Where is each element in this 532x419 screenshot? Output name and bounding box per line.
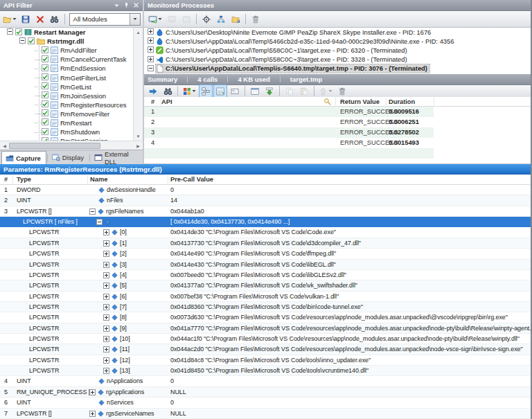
process-expander-expand[interactable] xyxy=(148,28,154,36)
calls-column-header-#[interactable]: # xyxy=(151,97,154,107)
param-row[interactable]: LPCWSTR[5]0x041377a0 "C:\Program Files\M… xyxy=(0,280,532,291)
target-process-button[interactable] xyxy=(200,12,213,26)
tab-capture[interactable]: Capture xyxy=(1,151,46,164)
param-row[interactable]: 7LPCWSTR []rgsServiceNamesNULL xyxy=(0,409,532,419)
tree-item-RmRegisterResources[interactable]: RmRegisterResources xyxy=(0,100,133,109)
api-checkbox[interactable] xyxy=(42,73,48,82)
process-tree-button[interactable] xyxy=(214,12,228,26)
call-row[interactable]: 4RmEndSession ( 0 )ERROR_SUCCESS0.001549… xyxy=(144,138,532,148)
calls-column-header-api[interactable]: API xyxy=(161,97,172,107)
parameters-table-header[interactable]: #TypeNamePre-Call Value xyxy=(0,175,532,185)
param-row[interactable]: 1DWORDdwSessionHandle0 xyxy=(0,185,532,195)
param-row[interactable]: LPCWSTR[0]0x0414de30 "C:\Program Files\M… xyxy=(0,227,532,238)
param-row[interactable]: LPCWSTR[6]0x007bef38 "C:\Program Files\M… xyxy=(0,292,532,302)
monitor-new-process-button[interactable] xyxy=(146,12,164,26)
attach-process-button[interactable] xyxy=(165,12,179,26)
view-compact-button[interactable] xyxy=(228,84,242,98)
selected-process[interactable]: C:\Users\User\AppData\Local\Temp\is-S664… xyxy=(156,64,429,73)
open-filter-button[interactable] xyxy=(2,12,18,26)
api-checkbox[interactable] xyxy=(42,64,48,73)
param-row[interactable]: LPCWSTR[4]0x007beed0 "C:\Program Files\M… xyxy=(0,270,532,280)
api-checkbox[interactable] xyxy=(42,82,48,91)
tree-item-RmShutdown[interactable]: RmShutdown xyxy=(0,127,133,136)
process-expander-collapse[interactable] xyxy=(148,65,154,73)
view-parameters-button[interactable] xyxy=(213,84,227,98)
delete-filter-button[interactable] xyxy=(33,12,47,26)
hscroll-thumb[interactable] xyxy=(9,143,100,149)
process-properties-button[interactable] xyxy=(229,12,242,26)
tree-item-RmJoinSession[interactable]: RmJoinSession xyxy=(0,91,133,100)
goto-call-button[interactable] xyxy=(146,84,160,98)
calls-column-header-duration[interactable]: Duration xyxy=(389,97,415,107)
param-row[interactable]: LPCWSTR [ nFiles ][ 0x0414de30, 0x041377… xyxy=(0,217,532,227)
magnifier-icon[interactable] xyxy=(323,98,331,105)
caption-close-icon[interactable] xyxy=(133,2,139,8)
tree-expander-collapse[interactable] xyxy=(7,28,13,36)
pan-button[interactable] xyxy=(317,84,335,98)
param-row[interactable]: LPCWSTR[2]0x0414e490 "C:\Program Files\M… xyxy=(0,249,532,259)
tree-item-RmAddFilter[interactable]: RmAddFilter xyxy=(0,46,133,55)
api-checkbox[interactable] xyxy=(42,46,48,55)
tree-item-Restart Manager[interactable]: Restart Manager xyxy=(0,28,133,37)
param-row[interactable]: 2UINTnFiles14 xyxy=(0,195,532,206)
process-row[interactable]: C:\Users\User\Desktop\Ninite Evernote GI… xyxy=(144,28,532,37)
param-row[interactable]: 3LPCWSTR []rgsFileNames0x044ab1a0 xyxy=(0,206,532,217)
module-filter-select[interactable]: All Modules xyxy=(69,13,141,26)
api-checkbox[interactable] xyxy=(15,28,22,37)
find-call-button[interactable] xyxy=(161,84,175,98)
param-row[interactable]: LPCWSTR[8]0x0073d630 "C:\Program Files\M… xyxy=(0,312,532,323)
caption-pin-icon[interactable] xyxy=(123,2,130,8)
scroll-left-arrow[interactable]: ◀ xyxy=(0,141,9,150)
calls-table-header[interactable]: #APIReturn ValueDuration xyxy=(144,97,532,107)
scroll-up-arrow[interactable]: ▲ xyxy=(134,28,143,37)
export-calls-button[interactable] xyxy=(263,84,276,98)
params-column-header-type[interactable]: Type xyxy=(17,175,31,185)
param-row[interactable]: LPCWSTR[1]0x04137730 "C:\Program Files\M… xyxy=(0,238,532,249)
save-filter-button[interactable] xyxy=(19,12,33,26)
process-expander-expand[interactable] xyxy=(148,46,154,54)
tree-item-RmEndSession[interactable]: RmEndSession xyxy=(0,64,133,73)
scroll-down-arrow[interactable]: ▼ xyxy=(134,132,143,141)
process-row[interactable]: C:\Users\User\AppData\Local\Temp\558C0C~… xyxy=(144,55,532,64)
copy-call-button[interactable] xyxy=(283,84,296,98)
remove-process-button[interactable] xyxy=(249,12,263,26)
param-row[interactable]: LPCWSTR[10]0x044ac1f0 "C:\Program Files\… xyxy=(0,334,532,344)
process-row[interactable]: C:\Users\User\AppData\Local\Temp\558C0C~… xyxy=(144,46,532,55)
api-checkbox[interactable] xyxy=(42,128,48,136)
api-checkbox[interactable] xyxy=(42,118,48,127)
filter-tree-vscrollbar[interactable]: ▲ ▼ xyxy=(133,28,143,141)
legend-button[interactable] xyxy=(181,84,198,98)
detach-process-button[interactable] xyxy=(179,12,193,26)
tab-external-dll[interactable]: External DLL xyxy=(91,151,143,164)
param-row[interactable]: LPCWSTR[9]0x041a7770 "C:\Program Files\M… xyxy=(0,323,532,334)
combo-dropdown-button[interactable] xyxy=(130,14,140,25)
tree-item-RmRemoveFilter[interactable]: RmRemoveFilter xyxy=(0,109,133,118)
calls-column-header-return-value[interactable]: Return Value xyxy=(340,97,380,107)
filter-tree-hscrollbar[interactable]: ◀ ▶ xyxy=(0,141,143,150)
param-row[interactable]: LPCWSTR[13]0x041d8450 "C:\Program Files\… xyxy=(0,366,532,376)
tree-item-RmCancelCurrentTask[interactable]: RmCancelCurrentTask xyxy=(0,55,133,64)
params-column-header-#[interactable]: # xyxy=(4,175,8,185)
find-apis-button[interactable] xyxy=(48,12,62,26)
api-checkbox[interactable] xyxy=(28,37,35,46)
tree-item-RmGetList[interactable]: RmGetList xyxy=(0,82,133,91)
param-row[interactable]: LPCWSTR[7]0x041d8360 "C:\Program Files\M… xyxy=(0,302,532,312)
call-row[interactable]: 3RmGetList ( 0, 0x0019fe64, 0x0019fe68, … xyxy=(144,127,532,138)
param-row[interactable]: 5RM_UNIQUE_PROCESS []rgApplicationsNULL xyxy=(0,387,532,398)
tab-display[interactable]: Display xyxy=(48,151,89,164)
tree-item-RmGetFilterList[interactable]: RmGetFilterList xyxy=(0,73,133,82)
process-row[interactable]: C:\Users\User\AppData\Local\Temp\is-S664… xyxy=(144,64,532,73)
tree-item-Rstrtmgr.dll[interactable]: Rstrtmgr.dll xyxy=(0,37,133,46)
view-call-tree-button[interactable] xyxy=(199,84,213,98)
api-checkbox[interactable] xyxy=(42,91,48,100)
api-checkbox[interactable] xyxy=(42,55,48,64)
params-column-header-pre-call-value[interactable]: Pre-Call Value xyxy=(170,175,213,185)
param-row[interactable]: LPCWSTR[11]0x044ac2d0 "C:\Program Files\… xyxy=(0,344,532,355)
call-row[interactable]: 2RmRegisterResources ( 0, 14, 0x044ab1a0… xyxy=(144,117,532,127)
param-row[interactable]: LPCWSTR[3]0x0414e430 "C:\Program Files\M… xyxy=(0,260,532,270)
caption-chevron-down-icon[interactable] xyxy=(114,3,120,8)
call-row[interactable]: 1RmStartSession ( 0x0066a698, 0, "" )ERR… xyxy=(144,107,532,117)
tree-item-RmRestart[interactable]: RmRestart xyxy=(0,118,133,127)
param-row[interactable]: LPCWSTR[12]0x041d84c8 "C:\Program Files\… xyxy=(0,355,532,366)
process-expander-expand[interactable] xyxy=(148,56,154,64)
